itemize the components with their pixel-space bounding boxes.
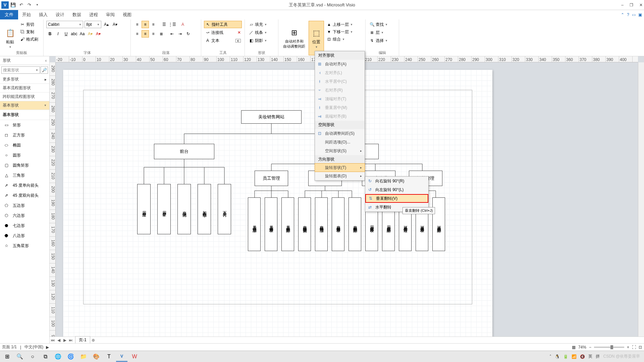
tab-design[interactable]: 设计	[52, 10, 68, 19]
rotate-text-button[interactable]: ↻	[184, 30, 192, 38]
node-root[interactable]: 美妆销售网站	[241, 110, 302, 124]
qat-dropdown-icon[interactable]: ▼	[34, 1, 41, 9]
leaf-node[interactable]: 员工信息删除	[281, 197, 294, 251]
tab-file[interactable]: 文件	[0, 10, 18, 19]
cut-button[interactable]: ✂剪切	[19, 21, 39, 28]
sm-rotate-right[interactable]: ↻向右旋转 90°(R)	[365, 177, 428, 185]
increase-indent-button[interactable]: ⇥	[176, 30, 184, 38]
numbering-button[interactable]: ⋮☰	[168, 21, 176, 28]
align-left-button[interactable]: ≡	[133, 30, 141, 38]
leaf-node[interactable]: 商品信息修改	[332, 197, 344, 251]
nav-last-icon[interactable]: ⏭	[68, 338, 74, 343]
shape-item[interactable]: ⬠五边形	[0, 200, 49, 210]
align-bottom-button[interactable]: ≡	[150, 21, 157, 28]
shape-item[interactable]: ➚45 度单向箭头	[0, 180, 49, 190]
strike-button[interactable]: abc	[70, 30, 78, 38]
dd-auto-align[interactable]: ⊞自动对齐(A)	[315, 60, 365, 68]
shape-item[interactable]: ⬣七边形	[0, 221, 49, 231]
leaf-node[interactable]: 商品信息搜索	[298, 197, 311, 251]
shape-item[interactable]: ⇗45 度双向箭头	[0, 190, 49, 200]
underline-button[interactable]: U	[62, 30, 70, 38]
leaf-node[interactable]: 商品浏览	[177, 184, 191, 234]
sm-rotate-left[interactable]: ↺向左旋转 90°(L)	[365, 185, 428, 194]
auto-align-button[interactable]: ⊞ 自动对齐和 自动调整间距	[281, 21, 307, 55]
fullscreen-icon[interactable]: ⊡	[639, 345, 642, 350]
nav-prev-icon[interactable]: ◀	[56, 338, 62, 343]
window-restore-icon[interactable]: ▭	[632, 12, 636, 17]
line-button[interactable]: ／线条▼	[248, 29, 275, 36]
font-color-button[interactable]: A▾	[95, 30, 102, 38]
leaf-node[interactable]: 商品信息增加	[315, 197, 328, 251]
tab-insert[interactable]: 插入	[35, 10, 52, 19]
wifi-icon[interactable]: 📶	[572, 354, 577, 359]
find-button[interactable]: 🔍查找▼	[368, 21, 396, 28]
zoom-level[interactable]: 74%	[578, 345, 586, 350]
leaf-node[interactable]: 员工信息修改	[265, 197, 277, 251]
task-view-icon[interactable]: ⧉	[40, 352, 51, 362]
highlight-button[interactable]: A▾	[87, 30, 94, 38]
close-button[interactable]: ✕	[639, 3, 643, 7]
shadow-button[interactable]: ◧阴影▼	[248, 37, 275, 44]
leaf-node[interactable]: 用户登录	[157, 184, 171, 234]
dd-align-top[interactable]: ⫤顶端对齐(T)	[315, 95, 365, 103]
macro-icon[interactable]: ▶	[46, 345, 49, 350]
search-shapes-input[interactable]: 搜索形状▼	[1, 66, 40, 74]
cortana-icon[interactable]: ○	[27, 352, 38, 362]
shape-item[interactable]: ◻正方形	[0, 130, 49, 140]
cat-basic-shapes[interactable]: 基本形状▼	[0, 101, 49, 110]
shapes-panel-header[interactable]: 形状‹	[0, 56, 49, 65]
text-app-icon[interactable]: T	[103, 352, 115, 362]
volume-icon[interactable]: 🔇	[580, 354, 585, 359]
dd-align-right[interactable]: ⫟右对齐(R)	[315, 86, 365, 95]
new-page-icon[interactable]: ⊕	[90, 338, 96, 343]
align-right-button[interactable]: ≡	[150, 30, 157, 38]
font-name-combo[interactable]: Calibri▼	[46, 21, 83, 28]
tray-up-icon[interactable]: ˄	[549, 354, 551, 359]
tray-app-icon[interactable]: 🐧	[555, 354, 560, 359]
cat-cross-functional[interactable]: 跨职能流程图形状	[0, 93, 49, 101]
presentation-icon[interactable]: ▦	[572, 345, 576, 350]
shape-item[interactable]: ○圆形	[0, 150, 49, 160]
save-icon[interactable]: 💾	[9, 1, 17, 9]
visio-taskbar-icon[interactable]: V	[116, 352, 127, 362]
select-button[interactable]: ↯选择▼	[368, 37, 396, 44]
dd-center-h[interactable]: ⫲水平居中(C)	[315, 77, 365, 86]
redo-icon[interactable]: ↷	[25, 1, 33, 9]
layers-button[interactable]: ≣层▼	[368, 29, 396, 36]
bullets-button[interactable]: ☰	[160, 21, 168, 28]
app1-icon[interactable]: 🎨	[91, 352, 102, 362]
format-painter-button[interactable]: 🖌格式刷	[19, 36, 39, 43]
shape-item[interactable]: ⬭椭圆	[0, 140, 49, 150]
chrome-icon[interactable]: 🌐	[52, 352, 64, 362]
font-size-combo[interactable]: 8pt▼	[85, 21, 101, 28]
tab-home[interactable]: 开始	[18, 10, 35, 19]
align-center-button[interactable]: ≡	[142, 30, 149, 38]
sm-flip-vertical[interactable]: ⇅垂直翻转(V)	[365, 194, 428, 203]
position-button[interactable]: ⬚ 位置▼	[309, 21, 324, 55]
dd-align-bottom[interactable]: ⫥底端对齐(B)	[315, 112, 365, 121]
search-taskbar-icon[interactable]: 🔍	[14, 352, 25, 362]
explorer-icon[interactable]: 📁	[78, 352, 89, 362]
zoom-slider[interactable]	[594, 347, 624, 348]
decrease-font-icon[interactable]: A▾	[111, 21, 119, 28]
leaf-node[interactable]: 订单信息删除	[432, 197, 445, 251]
dd-middle-v[interactable]: ⫲垂直居中(M)	[315, 103, 365, 112]
shape-item[interactable]: ▢圆角矩形	[0, 160, 49, 170]
battery-icon[interactable]: 🔋	[563, 354, 568, 359]
shape-item[interactable]: ▭矩形	[0, 120, 49, 130]
align-middle-button[interactable]: ≡	[142, 21, 149, 28]
collapse-icon[interactable]: ‹	[45, 58, 47, 63]
start-button[interactable]: ⊞	[1, 352, 13, 362]
clear-format-button[interactable]: A	[179, 21, 186, 28]
dd-space-shapes[interactable]: 空间形状(S)▸	[315, 146, 365, 155]
leaf-node[interactable]: 用户注册	[137, 184, 151, 234]
dd-align-left[interactable]: ⫞左对齐(L)	[315, 68, 365, 77]
ime-indicator2[interactable]: 拼	[596, 354, 600, 359]
tab-process[interactable]: 进程	[85, 10, 102, 19]
fit-page-icon[interactable]: ⛶	[632, 345, 636, 350]
edge-icon[interactable]: 🌀	[65, 352, 76, 362]
copy-button[interactable]: ⿻复制	[19, 28, 39, 36]
fill-button[interactable]: ▱填充▼	[248, 21, 275, 28]
shape-item[interactable]: △三角形	[0, 170, 49, 180]
send-backward-button[interactable]: ▼下移一层▼	[325, 28, 354, 36]
